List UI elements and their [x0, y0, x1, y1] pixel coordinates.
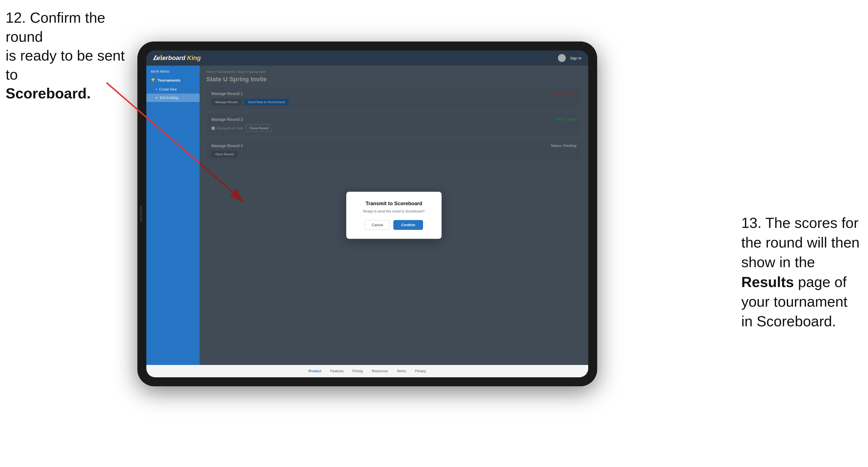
footer-link-pricing[interactable]: Pricing	[352, 369, 363, 373]
content-area: Home / Tournaments / State U Spring Invi…	[199, 66, 588, 365]
modal-buttons: Cancel Confirm	[356, 220, 432, 230]
instruction-bottom: 13. The scores for the round will then s…	[741, 213, 860, 331]
instr-b-results: Results	[741, 274, 794, 290]
trophy-icon: 🏆	[151, 78, 155, 83]
main-area: MAIN MENU 🏆 Tournaments + Create New ✏ E…	[146, 66, 588, 365]
sidebar: MAIN MENU 🏆 Tournaments + Create New ✏ E…	[146, 66, 199, 365]
modal-confirm-button[interactable]: Confirm	[393, 220, 423, 230]
modal-title: Transmit to Scoreboard	[356, 201, 432, 207]
tournaments-label: Tournaments	[158, 78, 180, 83]
sign-in-label: Sign In	[570, 56, 582, 60]
top-nav: 𝑳eℹerboard King Sign In	[146, 51, 588, 66]
avatar-icon	[558, 54, 566, 62]
tablet-side-button	[140, 206, 142, 222]
instruction-line1: 12. Confirm the round	[6, 9, 105, 45]
modal-overlay: Transmit to Scoreboard Ready to send thi…	[199, 66, 588, 365]
nav-right: Sign In	[558, 54, 582, 62]
instruction-line2: is ready to be sent to	[6, 48, 125, 83]
instr-b-line5: your tournament	[741, 293, 847, 310]
logo-leaderboard: 𝑳eℹerboard	[153, 54, 185, 61]
instr-b-line6: in Scoreboard.	[741, 313, 836, 330]
logo: 𝑳eℹerboard King	[153, 54, 201, 62]
sidebar-item-tournaments[interactable]: 🏆 Tournaments	[146, 75, 199, 85]
modal-cancel-button[interactable]: Cancel	[365, 220, 390, 230]
sign-in-button[interactable]: Sign In	[570, 56, 582, 60]
footer-link-product[interactable]: Product	[309, 369, 321, 373]
logo-area: 𝑳eℹerboard King	[153, 54, 201, 62]
instruction-top: 12. Confirm the round is ready to be sen…	[6, 8, 140, 103]
logo-king: King	[185, 54, 201, 61]
sidebar-subitem-create-new[interactable]: + Create New	[146, 85, 199, 94]
create-new-label: Create New	[159, 88, 177, 91]
tablet-screen: 𝑳eℹerboard King Sign In MAIN MENU 🏆 Tour…	[146, 51, 588, 377]
plus-icon: +	[155, 88, 157, 91]
edit-icon: ✏	[155, 96, 158, 100]
transmit-modal: Transmit to Scoreboard Ready to send thi…	[346, 192, 441, 239]
footer-link-terms[interactable]: Terms	[397, 369, 406, 373]
tablet-frame: 𝑳eℹerboard King Sign In MAIN MENU 🏆 Tour…	[137, 41, 597, 386]
modal-subtitle: Ready to send this round to Scoreboard?	[356, 209, 432, 213]
footer-link-resources[interactable]: Resources	[372, 369, 388, 373]
instruction-line3: Scoreboard.	[6, 85, 91, 101]
edit-existing-label: Edit Existing	[160, 96, 178, 100]
sidebar-subitem-edit-existing[interactable]: ✏ Edit Existing	[146, 94, 199, 102]
instr-b-line2: the round will then	[741, 234, 860, 251]
footer-link-features[interactable]: Features	[330, 369, 343, 373]
footer-link-privacy[interactable]: Privacy	[415, 369, 426, 373]
main-menu-label: MAIN MENU	[146, 70, 199, 75]
instr-b-line3: show in the	[741, 254, 815, 270]
footer: Product Features Pricing Resources Terms…	[146, 365, 588, 377]
instr-b-line1: 13. The scores for	[741, 215, 859, 231]
instr-b-page: page of	[794, 274, 847, 290]
